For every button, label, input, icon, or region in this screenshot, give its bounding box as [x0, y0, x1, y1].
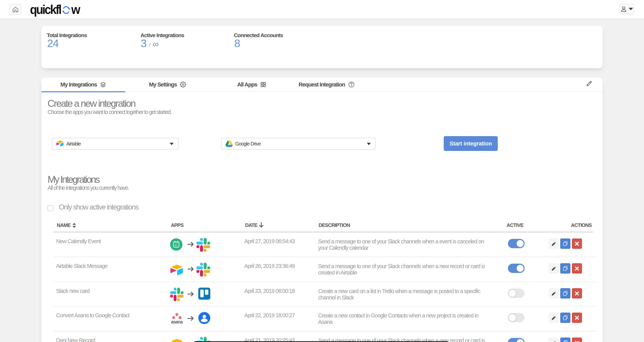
svg-text:C: C — [175, 243, 178, 247]
